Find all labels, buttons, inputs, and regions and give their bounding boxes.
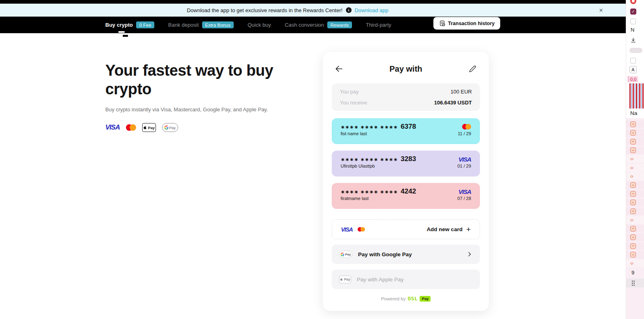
badge-0-fee: 0 Fee: [136, 21, 154, 28]
code-icon: ‹›: [630, 182, 636, 188]
pay-with-apple-pay-button[interactable]: Pay Pay with Apple Pay: [332, 270, 480, 289]
close-icon[interactable]: ✕: [596, 4, 606, 17]
mastercard-icon: [462, 124, 471, 130]
card-expiry: 01 / 29: [457, 164, 471, 168]
list-item[interactable]: ‹:›: [626, 216, 644, 224]
strip-label-na: Na: [630, 110, 637, 116]
you-receive-label: You receive: [340, 100, 367, 106]
back-arrow-icon[interactable]: [333, 63, 345, 74]
code-icon: ‹:›: [630, 157, 633, 161]
empty-checkbox[interactable]: [630, 19, 636, 24]
banner-message: Download the app to get exclusive reward…: [187, 7, 342, 13]
payment-methods-row: VISA Pay Pay: [105, 123, 292, 132]
code-icon: ‹›: [630, 226, 636, 232]
list-item[interactable]: ‹›: [626, 120, 644, 128]
hero-section: Your fastest way to buy crypto Buy crypt…: [105, 62, 292, 132]
download-icon[interactable]: [630, 37, 636, 43]
panel-title: Pay with: [389, 64, 422, 74]
visa-icon: VISA: [105, 123, 120, 132]
tab-bank-deposit[interactable]: Bank deposit Extra Bonus: [168, 21, 234, 28]
badge-rewards: Rewards: [327, 21, 352, 28]
powered-by-footer: Powered by OSL Pay: [323, 296, 489, 302]
tab-cash-conversion[interactable]: Cash conversion Rewards: [285, 21, 352, 28]
saved-card-3283[interactable]: ∗∗∗∗ ∗∗∗∗ ∗∗∗∗ 3283 VISA Ufirsttpb Ulast…: [332, 151, 480, 177]
empty-checkbox[interactable]: [630, 58, 636, 64]
card-expiry: 07 / 28: [457, 196, 471, 201]
visa-icon: VISA: [458, 156, 471, 163]
list-item[interactable]: ‹:›: [626, 259, 644, 267]
toggle-pill[interactable]: [629, 48, 642, 53]
active-tab-marker: [123, 35, 128, 37]
list-item[interactable]: ‹›: [626, 225, 644, 232]
osl-logo: OSL: [407, 296, 418, 302]
list-item[interactable]: ‹:›: [626, 172, 644, 180]
card-holder-name: Ufirsttpb Ulasttpb: [341, 164, 375, 168]
tab-buy-crypto[interactable]: Buy crypto 0 Fee: [105, 21, 154, 28]
active-tab-indicator: [118, 31, 125, 33]
list-item[interactable]: ‹›: [626, 129, 644, 137]
saved-card-4242[interactable]: ∗∗∗∗ ∗∗∗∗ ∗∗∗∗ 4242 VISA firatmame last …: [332, 183, 480, 209]
code-icon: ‹›: [630, 234, 636, 240]
list-item[interactable]: ‹›: [626, 147, 644, 154]
you-receive-value: 106.6439 USDT: [434, 100, 472, 106]
record-red-icon[interactable]: [630, 0, 636, 4]
list-item[interactable]: ‹›: [626, 242, 644, 250]
letter-a-box[interactable]: A: [629, 66, 637, 73]
coords-value: 0,0: [628, 76, 638, 82]
you-pay-label: You pay: [340, 89, 359, 95]
order-summary: You pay 100 EUR You receive 106.6439 USD…: [332, 83, 480, 111]
list-item[interactable]: ‹›: [626, 138, 644, 145]
list-item[interactable]: ‹:›: [626, 164, 644, 172]
code-icon: ‹:›: [630, 166, 633, 170]
mastercard-icon: [358, 227, 365, 232]
card-expiry: 11 / 29: [458, 131, 471, 136]
list-item[interactable]: ‹›: [626, 199, 644, 206]
apple-pay-icon: Pay: [142, 123, 156, 132]
list-item[interactable]: ‹›: [626, 251, 644, 259]
list-item[interactable]: ‹›: [626, 207, 644, 215]
document-clock-icon: [439, 20, 445, 26]
card-holder-name: fist name last: [341, 131, 367, 136]
pay-with-google-pay-button[interactable]: Pay Pay with Google Pay: [332, 245, 480, 264]
saved-card-6378[interactable]: ∗∗∗∗ ∗∗∗∗ ∗∗∗∗ 6378 fist name last 11 / …: [332, 118, 480, 144]
page-subtitle: Buy crypto instantly via Visa, Mastercar…: [105, 106, 292, 113]
you-pay-value: 100 EUR: [450, 89, 472, 95]
info-icon: i: [346, 7, 352, 13]
visa-icon: VISA: [458, 188, 471, 195]
code-icon: ‹›: [630, 252, 636, 257]
code-icon: ‹›: [630, 139, 636, 145]
code-icon: ‹:›: [630, 261, 633, 266]
code-icon: ‹›: [630, 191, 636, 197]
google-pay-icon: Pay: [339, 251, 352, 258]
list-item[interactable]: ‹›: [626, 181, 644, 189]
strip-label-n: N: [631, 27, 634, 33]
element-icon-list: ‹› ‹› ‹› ‹› ‹:› ‹:› ‹:› ‹› ‹› ‹› ‹› ‹:› …: [626, 120, 644, 267]
transaction-history-button[interactable]: Transaction history: [433, 17, 500, 30]
code-icon: ‹›: [630, 208, 636, 214]
code-icon: ‹›: [630, 243, 636, 249]
top-black-bar: [0, 0, 644, 4]
announcement-banner: Download the app to get exclusive reward…: [0, 4, 644, 17]
code-icon: ‹›: [630, 147, 636, 153]
list-item[interactable]: ‹:›: [626, 155, 644, 163]
mastercard-icon: [126, 124, 136, 131]
buy-crypto-page: Download the app to get exclusive reward…: [0, 0, 644, 319]
barcode-graphic: [629, 83, 644, 108]
download-app-link[interactable]: Download app: [355, 7, 388, 13]
strip-label-9: 9: [631, 270, 634, 276]
edit-pencil-icon[interactable]: [467, 63, 478, 74]
pay-with-panel: Pay with You pay 100 EUR You receive 106…: [323, 52, 489, 311]
code-icon: ‹›: [630, 121, 636, 127]
page-title: Your fastest way to buy crypto: [105, 62, 284, 98]
tab-third-party[interactable]: Third-party: [366, 22, 391, 28]
plus-icon: +: [466, 225, 471, 233]
list-item[interactable]: ‹›: [626, 234, 644, 241]
code-icon: ‹:›: [630, 174, 633, 179]
add-new-card-button[interactable]: VISA Add new card +: [332, 219, 480, 239]
checked-checkbox[interactable]: ✓: [630, 9, 636, 15]
visa-icon: VISA: [341, 226, 353, 233]
list-item[interactable]: ‹›: [626, 190, 644, 198]
drag-handle[interactable]: [626, 279, 644, 287]
tab-quick-buy[interactable]: Quick buy: [247, 22, 271, 28]
drag-dots-icon: [631, 280, 635, 286]
